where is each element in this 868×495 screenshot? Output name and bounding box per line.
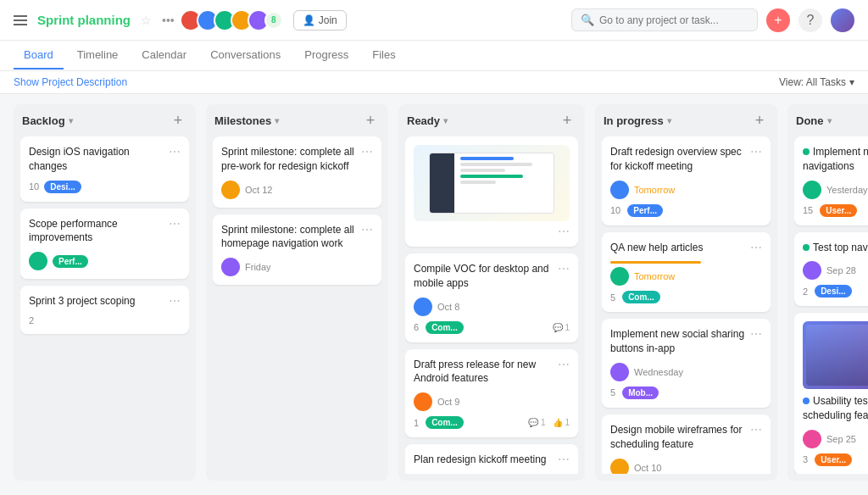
comment-icon: 💬 1 xyxy=(528,418,545,427)
tab-board[interactable]: Board xyxy=(14,42,64,70)
card-title: Scope performance improvements xyxy=(29,217,169,246)
mock-sidebar xyxy=(430,153,454,213)
avatar xyxy=(803,181,821,199)
card-milestone-1: Sprint milestone: complete all pre-work … xyxy=(213,136,381,208)
card-more-icon[interactable]: ⋯ xyxy=(558,453,570,466)
add-card-inprogress[interactable]: + xyxy=(750,111,769,130)
add-card-ready[interactable]: + xyxy=(558,111,576,130)
card-meta: Friday xyxy=(221,258,373,276)
card-date: Sep 25 xyxy=(826,434,856,444)
card-more-icon[interactable]: ⋯ xyxy=(169,217,181,231)
show-description-link[interactable]: Show Project Description xyxy=(14,76,127,88)
tab-progress[interactable]: Progress xyxy=(294,42,359,70)
card-social-sharing: Implement new social sharing buttons in-… xyxy=(602,319,771,408)
card-tag: Mob... xyxy=(622,387,659,399)
tab-timeline[interactable]: Timeline xyxy=(67,42,129,70)
tab-conversations[interactable]: Conversations xyxy=(200,42,291,70)
card-more-icon[interactable]: ⋯ xyxy=(558,225,570,238)
card-tag: User... xyxy=(815,453,852,466)
backlog-cards: Design iOS navigation changes ⋯ 10 Desi.… xyxy=(20,136,189,474)
card-title: Design iOS navigation changes xyxy=(29,145,169,174)
card-test-nav: Test top navigations ⋯ Sep 28 2 Desi... xyxy=(794,232,868,307)
user-avatar[interactable] xyxy=(831,8,854,32)
card-num: 5 xyxy=(610,387,615,398)
card-date: Oct 8 xyxy=(437,302,459,312)
card-meta: Oct 9 xyxy=(414,392,570,411)
column-done: Done ▾ + Implement new homepage navigati… xyxy=(787,104,868,481)
card-qa-help: QA new help articles ⋯ Tomorrow 5 Com... xyxy=(602,232,771,313)
column-header-inprogress: In progress ▾ + xyxy=(602,111,771,130)
card-date: Friday xyxy=(245,262,271,272)
card-title: Plan redesign kickoff meeting xyxy=(414,453,547,467)
topbar-right: 🔍 + ? xyxy=(571,8,854,32)
card-meta: 10 Desi... xyxy=(29,181,181,193)
card-date: Oct 12 xyxy=(245,185,272,195)
ready-cards: ⋯ Compile VOC for desktop and mobile app… xyxy=(405,136,578,474)
card-plan-redesign: Plan redesign kickoff meeting ⋯ Oct 10 2… xyxy=(405,444,578,474)
card-date: Oct 10 xyxy=(634,463,661,473)
column-header-done: Done ▾ + xyxy=(794,111,868,130)
card-meta: Sep 28 xyxy=(803,261,868,280)
column-title-inprogress: In progress ▾ xyxy=(604,114,671,127)
more-options-icon[interactable]: ••• xyxy=(162,14,175,27)
card-meta: Oct 8 xyxy=(414,298,570,316)
card-more-icon[interactable]: ⋯ xyxy=(169,145,181,159)
add-card-milestones[interactable]: + xyxy=(361,111,380,130)
card-draft-redesign: Draft redesign overview spec for kickoff… xyxy=(602,136,771,225)
card-more-icon[interactable]: ⋯ xyxy=(558,262,570,275)
card-num: 2 xyxy=(29,315,34,325)
card-num: 5 xyxy=(610,292,615,303)
tab-files[interactable]: Files xyxy=(362,42,405,70)
card-more-icon[interactable]: ⋯ xyxy=(750,145,762,159)
card-meta: Tomorrow xyxy=(610,181,762,199)
card-scope-perf: Scope performance improvements ⋯ Perf... xyxy=(20,209,189,280)
card-title: Sprint milestone: complete all homepage … xyxy=(221,223,361,252)
column-title-backlog: Backlog ▾ xyxy=(22,114,73,127)
card-footer: 15 User... xyxy=(803,204,868,217)
card-more-icon[interactable]: ⋯ xyxy=(750,241,762,254)
search-input[interactable] xyxy=(599,14,748,26)
card-footer: 6 Com... 💬 1 xyxy=(414,321,570,334)
column-inprogress: In progress ▾ + Draft redesign overview … xyxy=(595,104,777,481)
search-bar[interactable]: 🔍 xyxy=(571,8,758,31)
card-num: 1 xyxy=(414,418,419,428)
card-more-icon[interactable]: ⋯ xyxy=(750,423,762,437)
card-footer: 5 Com... xyxy=(610,291,762,303)
topbar: Sprint planning ☆ ••• 8 👤 Join 🔍 + ? xyxy=(0,0,868,41)
card-more-icon[interactable]: ⋯ xyxy=(169,294,181,308)
help-button[interactable]: ? xyxy=(798,8,822,32)
avatar xyxy=(803,430,821,448)
card-date: Yesterday xyxy=(826,185,868,195)
card-wireframes: Design mobile wireframes for scheduling … xyxy=(602,414,771,474)
view-all-button[interactable]: View: All Tasks ▾ xyxy=(779,76,854,88)
star-icon[interactable]: ☆ xyxy=(141,14,152,27)
card-footer: 2 Desi... xyxy=(803,285,868,298)
card-date: Oct 9 xyxy=(437,397,459,407)
card-more-icon[interactable]: ⋯ xyxy=(361,223,373,236)
card-tag: User... xyxy=(820,204,857,217)
column-header-milestones: Milestones ▾ + xyxy=(213,111,381,130)
card-more-icon[interactable]: ⋯ xyxy=(361,145,373,159)
join-button[interactable]: 👤 Join xyxy=(293,10,347,31)
card-meta: Sep 25 xyxy=(803,430,868,448)
card-more-icon[interactable]: ⋯ xyxy=(558,358,570,371)
avatar xyxy=(803,261,821,280)
add-button[interactable]: + xyxy=(766,8,790,32)
hamburger-menu[interactable] xyxy=(14,15,27,25)
avatar xyxy=(221,258,240,276)
column-milestones: Milestones ▾ + Sprint milestone: complet… xyxy=(206,104,388,481)
card-tag: Com... xyxy=(426,416,464,429)
card-more-icon[interactable]: ⋯ xyxy=(750,327,762,341)
avatar xyxy=(414,392,432,411)
card-title: Draft redesign overview spec for kickoff… xyxy=(610,145,750,174)
avatar xyxy=(610,181,629,199)
card-title: Draft press release for new Android feat… xyxy=(414,358,558,387)
card-footer: 5 Mob... xyxy=(610,387,762,399)
card-milestone-2: Sprint milestone: complete all homepage … xyxy=(213,214,381,286)
add-card-backlog[interactable]: + xyxy=(169,111,187,130)
avatar xyxy=(610,267,629,286)
card-date: Wednesday xyxy=(634,367,683,377)
tab-calendar[interactable]: Calendar xyxy=(131,42,197,70)
card-date: Tomorrow xyxy=(634,185,675,195)
card-footer: 3 User... xyxy=(803,453,868,466)
